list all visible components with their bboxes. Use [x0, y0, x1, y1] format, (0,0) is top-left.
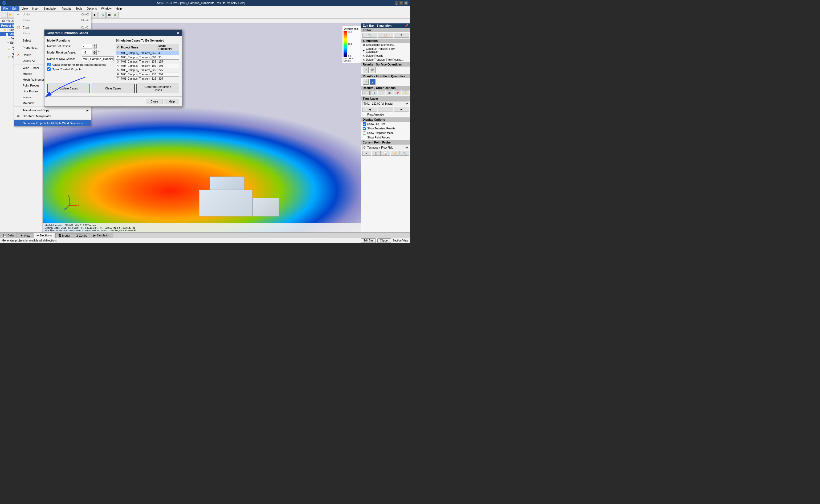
flow-animation-checkbox[interactable] — [363, 113, 366, 116]
menu-tools[interactable]: Tools — [74, 6, 85, 11]
tab-zones[interactable]: Z Zones — [74, 233, 90, 238]
cell-name: M03_Campus_Transient_090 — [120, 55, 157, 60]
time-slider[interactable] — [378, 107, 393, 112]
menu-redo[interactable]: Redo Ctrl+A — [14, 17, 91, 23]
menu-view[interactable]: View — [19, 6, 30, 11]
time-layer-dropdown[interactable]: T041 - 120.00 [s], Master — [362, 101, 409, 106]
menu-insert[interactable]: Insert — [30, 6, 42, 11]
probe-btn1[interactable]: ✕ — [362, 151, 371, 156]
minimize-button[interactable]: _ — [395, 1, 398, 5]
opt-btn4[interactable]: 🗂 — [386, 91, 393, 95]
time-next[interactable]: ▶ — [394, 107, 409, 112]
edit-bar-pin[interactable]: 📌 — [405, 24, 409, 27]
probe-btn5[interactable]: 🔧 — [400, 151, 409, 156]
toolbar-wind[interactable]: W — [100, 12, 106, 18]
simulation-section-title[interactable]: Simulation — [361, 39, 410, 43]
opt-btn2[interactable]: 📊 — [370, 91, 378, 95]
delete-transient-item[interactable]: ✕ Delete Transient Flow Results... — [361, 58, 410, 62]
table-row[interactable]: 2 M03_Campus_Transient_090 90 — [116, 55, 179, 60]
num-cases-down[interactable]: ▼ — [93, 46, 97, 48]
opt-btn6[interactable]: ⚡ — [402, 91, 409, 95]
menu-help[interactable]: Help — [114, 6, 124, 11]
menu-transform-copy[interactable]: Transform and Copy ▶ — [14, 107, 91, 113]
graphical-icon: ⊕ — [16, 114, 21, 118]
tab-model[interactable]: 🏗 Model — [55, 233, 73, 238]
current-point-probe-label: Current Point Probe — [363, 141, 391, 144]
probe-btn2[interactable]: 📋 — [372, 151, 381, 156]
show-point-probes-checkbox[interactable] — [363, 136, 366, 139]
flow-p-btn[interactable]: P — [363, 79, 369, 85]
menu-results[interactable]: Results — [59, 6, 74, 11]
titlebar-controls[interactable]: _ □ ✕ — [395, 1, 408, 5]
table-row[interactable]: 3 M03_Campus_Transient_135 135 — [116, 60, 179, 64]
edit-bar-button[interactable]: Edit Bar — [361, 238, 376, 243]
rotation-angle-down[interactable]: ▼ — [93, 52, 97, 55]
adjust-wind-tunnel-checkbox[interactable] — [47, 63, 51, 66]
time-prev[interactable]: ◀ — [362, 107, 377, 112]
transform-arrow: ▶ — [87, 109, 89, 112]
toolbar-mesh[interactable]: ▦ — [106, 12, 112, 18]
flow-v-btn[interactable]: V — [370, 79, 376, 85]
editor-btn1[interactable]: 🔧 — [362, 33, 377, 38]
show-log-checkbox[interactable] — [363, 122, 366, 126]
toolbar-open[interactable]: 📂 — [7, 12, 13, 18]
opt-btn5[interactable]: 📌 — [394, 91, 401, 95]
menu-edit[interactable]: Edit — [10, 6, 19, 11]
zones-icon — [16, 95, 21, 99]
num-cases-input[interactable] — [82, 44, 92, 48]
num-cases-up[interactable]: ▲ — [93, 44, 97, 46]
show-transient-checkbox[interactable] — [363, 127, 366, 130]
surface-quantities-title[interactable]: Results - Surface Quantities — [361, 62, 410, 67]
surface-cp-btn[interactable]: Cp — [370, 67, 376, 73]
probe-btn4[interactable]: ⚡ — [391, 151, 400, 156]
open-created-checkbox[interactable] — [47, 67, 51, 71]
table-row[interactable]: 4 M03_Campus_Transient_180 180 — [116, 64, 179, 68]
tab-sections[interactable]: ✂ Sections — [34, 233, 55, 238]
help-button[interactable]: Help — [164, 99, 179, 104]
cell-name: M03_Campus_Transient_045 — [120, 51, 157, 55]
toolbar-run[interactable]: ▶ — [113, 12, 119, 18]
other-options-title[interactable]: Results - Other Options — [361, 86, 410, 90]
editor-btn2[interactable]: 📋 — [378, 33, 393, 38]
show-simplified-checkbox[interactable] — [363, 131, 366, 135]
cell-rotation: 225 — [157, 68, 179, 72]
toolbar-view-3d[interactable]: ◧ — [92, 12, 97, 18]
menu-graphical-manipulator[interactable]: ⊕ Graphical Manipulator — [14, 113, 91, 119]
probe-btn3[interactable]: 📊 — [381, 151, 390, 156]
close-button[interactable]: Close — [146, 99, 162, 104]
toolbar-new[interactable]: 📄 — [1, 12, 7, 18]
dialog-close-button[interactable]: ✕ — [177, 31, 180, 35]
continue-transient-item[interactable]: ▶ Continue Transient Flow Calculation — [361, 47, 410, 54]
surface-p-btn[interactable]: P — [363, 67, 369, 73]
menu-generate-projects[interactable]: Generate Projects for Multiple Wind Dire… — [14, 120, 91, 126]
editor-btn3[interactable]: ⚙ — [394, 33, 409, 38]
rotation-angle-input[interactable] — [82, 50, 92, 55]
table-row[interactable]: 6 M03_Campus_Transient_270 270 — [116, 72, 179, 77]
table-row[interactable]: 1 M03_Campus_Transient_045 45 — [116, 51, 179, 55]
rotation-angle-up[interactable]: ▲ — [93, 50, 97, 52]
generate-simulation-button[interactable]: Generate Simulation Cases — [136, 84, 179, 93]
editor-section-title[interactable]: Editor — [361, 28, 410, 32]
maximize-button[interactable]: □ — [399, 1, 403, 5]
table-row[interactable]: 5 M03_Campus_Transient_225 225 — [116, 68, 179, 72]
opt-btn3[interactable]: 📋 — [378, 91, 385, 95]
table-row[interactable]: 7 M03_Campus_Transient_315 315 — [116, 77, 179, 81]
name-cases-input[interactable] — [82, 56, 114, 61]
clear-cases-button[interactable]: Clear Cases — [92, 84, 134, 93]
menu-window[interactable]: Window — [99, 6, 114, 11]
clipper-button[interactable]: Clipper — [377, 238, 391, 243]
opt-btn1[interactable]: 🔄 — [362, 91, 370, 95]
menu-undo[interactable]: ↩ Undo Ctrl+Z — [14, 11, 91, 17]
close-button[interactable]: ✕ — [404, 1, 408, 5]
tab-data[interactable]: 💾 Data — [0, 233, 17, 238]
current-point-probe-dropdown[interactable]: 0 - Temporary, Flow Field — [362, 145, 409, 150]
tab-simulation[interactable]: ▶ Simulation — [91, 233, 113, 238]
tab-view[interactable]: 👁 View — [17, 233, 33, 238]
flow-field-title[interactable]: Results - Flow Field Quantities — [361, 74, 410, 78]
menu-simulation[interactable]: Simulation — [42, 6, 59, 11]
sim-params-item[interactable]: ⚙ Simulation Parameters... — [361, 43, 410, 47]
menu-file[interactable]: File — [1, 6, 10, 11]
menu-options[interactable]: Options — [85, 6, 99, 11]
display-options-title[interactable]: Display Options — [361, 117, 410, 122]
delete-results-item[interactable]: ✕ Delete Results — [361, 54, 410, 58]
